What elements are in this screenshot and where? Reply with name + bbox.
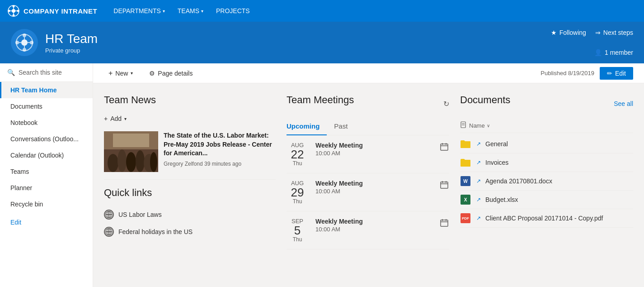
news-card[interactable]: The State of the U.S. Labor Market: Pre-… xyxy=(104,131,276,172)
page-details-button[interactable]: ⚙ Page details xyxy=(145,67,197,80)
svg-rect-45 xyxy=(441,220,448,226)
quick-link-label-1: US Labor Laws xyxy=(118,211,162,218)
folder-svg-invoices xyxy=(460,158,471,167)
svg-point-12 xyxy=(23,33,26,37)
published-date: Published 8/19/2019 xyxy=(541,70,594,77)
meeting-title-3: Weekly Meeting xyxy=(315,218,432,225)
meeting-weekday-1: Thu xyxy=(287,160,308,167)
new-chevron-icon: ▾ xyxy=(131,71,133,76)
svg-point-13 xyxy=(23,48,26,52)
news-image-svg xyxy=(104,131,158,172)
sidebar-item-conversations[interactable]: Conversations (Outloo... xyxy=(0,131,93,147)
search-this-site[interactable]: 🔍 Search this site xyxy=(0,63,93,82)
meeting-title-1: Weekly Meeting xyxy=(315,142,432,149)
group-logo-icon xyxy=(15,33,34,52)
doc-name-client-abc: Client ABC Proposal 20171014 - Copy.pdf xyxy=(485,215,603,222)
person-icon: 👤 xyxy=(594,49,602,56)
group-info: HR Team Private group xyxy=(45,31,98,54)
sidebar: 🔍 Search this site HR Team Home Document… xyxy=(0,63,93,287)
tab-past[interactable]: Past xyxy=(334,119,355,135)
meeting-info-2: Weekly Meeting 10:00 AM xyxy=(315,180,432,195)
svg-point-21 xyxy=(108,154,118,172)
new-button[interactable]: + New ▾ xyxy=(104,67,137,80)
svg-point-5 xyxy=(17,10,19,12)
search-label: Search this site xyxy=(19,69,62,76)
meeting-weekday-2: Thu xyxy=(287,198,308,205)
right-column: Documents See all Name ∨ xyxy=(460,94,633,277)
svg-point-4 xyxy=(8,10,10,12)
next-steps-button[interactable]: ⇒ Next steps xyxy=(595,29,633,36)
svg-rect-37 xyxy=(441,144,448,150)
doc-row-budget[interactable]: X ↗ Budget.xlsx xyxy=(460,191,633,209)
folder-icon-general xyxy=(460,139,471,149)
calendar-icon-1 xyxy=(440,143,448,151)
doc-row-general[interactable]: ↗ General xyxy=(460,135,633,153)
sidebar-item-notebook[interactable]: Notebook xyxy=(0,115,93,131)
sidebar-item-recycle-bin[interactable]: Recycle bin xyxy=(0,196,93,212)
sidebar-item-documents[interactable]: Documents xyxy=(0,98,93,115)
doc-name-invoices: Invoices xyxy=(485,159,508,166)
svg-point-29 xyxy=(106,211,113,218)
content-main: Team News + Add ▾ xyxy=(93,83,644,287)
tab-upcoming[interactable]: Upcoming xyxy=(287,119,327,135)
see-all-link[interactable]: See all xyxy=(614,100,633,107)
following-button[interactable]: ★ Following xyxy=(551,29,586,36)
next-steps-icon: ⇒ xyxy=(595,29,601,36)
meeting-row-2: Aug 29 Thu Weekly Meeting 10:00 AM xyxy=(287,173,449,211)
middle-column: Team Meetings ↻ Upcoming Past Aug 22 xyxy=(287,94,449,277)
doc-row-invoices[interactable]: ↗ Invoices xyxy=(460,153,633,172)
meeting-weekday-3: Thu xyxy=(287,236,308,243)
meeting-calendar-btn-3[interactable] xyxy=(439,218,449,229)
add-chevron-icon: ▾ xyxy=(124,116,127,121)
excel-badge-budget: X xyxy=(461,195,470,205)
meeting-time-1: 10:00 AM xyxy=(315,150,432,157)
sidebar-item-teams[interactable]: Teams xyxy=(0,163,93,180)
group-actions: ★ Following ⇒ Next steps xyxy=(551,29,633,36)
doc-row-agenda[interactable]: W ↗ Agenda 20170801.docx xyxy=(460,172,633,191)
nav-departments[interactable]: DEPARTMENTS ▾ xyxy=(108,0,170,22)
sidebar-edit-link[interactable]: Edit xyxy=(0,212,93,230)
doc-link-icon-budget: ↗ xyxy=(476,196,481,203)
svg-point-22 xyxy=(118,149,127,172)
teams-chevron: ▾ xyxy=(201,9,203,14)
add-news-button[interactable]: + Add ▾ xyxy=(104,113,127,124)
meeting-date-3: Sep 5 Thu xyxy=(287,218,308,243)
meeting-actions-1 xyxy=(439,142,449,153)
svg-point-11 xyxy=(21,39,28,46)
meetings-refresh-button[interactable]: ↻ xyxy=(443,100,449,108)
sort-icon: ∨ xyxy=(487,123,490,128)
folder-svg-general xyxy=(460,139,471,148)
globe-icon-2 xyxy=(104,227,114,237)
gear-icon: ⚙ xyxy=(149,70,155,77)
search-icon: 🔍 xyxy=(7,69,15,76)
word-badge-agenda: W xyxy=(461,176,470,186)
quick-link-us-labor[interactable]: US Labor Laws xyxy=(104,206,276,223)
doc-link-icon-client-abc: ↗ xyxy=(476,215,481,221)
documents-header: Documents See all xyxy=(460,94,633,113)
news-title: The State of the U.S. Labor Market: Pre-… xyxy=(164,131,276,158)
toolbar: + New ▾ ⚙ Page details Published 8/19/20… xyxy=(93,63,644,83)
nav-projects[interactable]: PROJECTS xyxy=(211,0,255,22)
edit-page-button[interactable]: ✏ Edit xyxy=(600,67,633,80)
svg-point-34 xyxy=(107,229,111,235)
meeting-info-3: Weekly Meeting 10:00 AM xyxy=(315,218,432,233)
sidebar-item-calendar[interactable]: Calendar (Outlook) xyxy=(0,147,93,163)
meeting-date-2: Aug 29 Thu xyxy=(287,180,308,205)
sidebar-item-planner[interactable]: Planner xyxy=(0,180,93,196)
sidebar-item-hr-team-home[interactable]: HR Team Home xyxy=(0,82,93,98)
star-icon: ★ xyxy=(551,29,557,36)
svg-point-3 xyxy=(13,14,15,17)
nav-teams[interactable]: TEAMS ▾ xyxy=(172,0,209,22)
meeting-calendar-btn-2[interactable] xyxy=(439,180,449,191)
add-plus-icon: + xyxy=(104,115,108,122)
toolbar-right: Published 8/19/2019 ✏ Edit xyxy=(541,67,633,80)
group-logo xyxy=(11,29,38,56)
brand-logo[interactable]: COMPANY INTRANET xyxy=(7,5,97,17)
news-meta: Gregory Zelfond 39 minutes ago xyxy=(164,161,276,167)
meeting-time-2: 10:00 AM xyxy=(315,188,432,195)
meeting-calendar-btn-1[interactable] xyxy=(439,142,449,153)
doc-row-client-abc[interactable]: PDF ↗ Client ABC Proposal 20171014 - Cop… xyxy=(460,209,633,228)
top-navigation: COMPANY INTRANET DEPARTMENTS ▾ TEAMS ▾ P… xyxy=(0,0,644,22)
group-type: Private group xyxy=(45,47,98,54)
quick-link-federal-holidays[interactable]: Federal holidays in the US xyxy=(104,223,276,240)
